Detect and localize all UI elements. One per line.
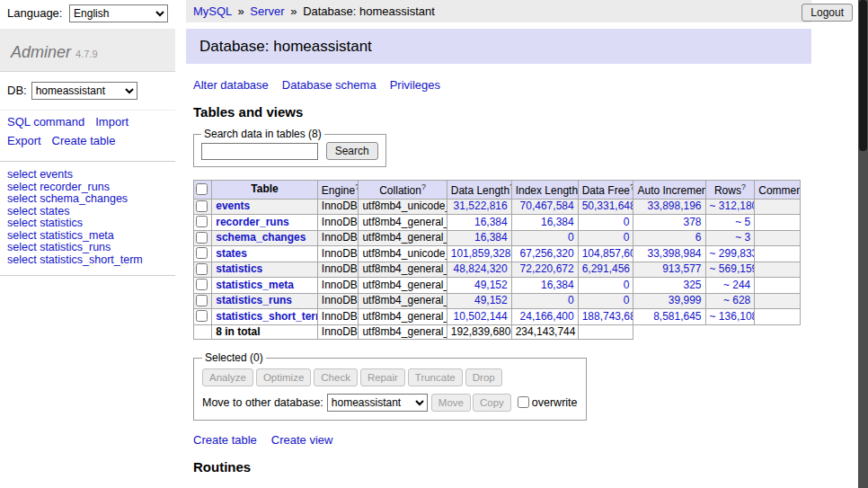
table-link-states[interactable]: states: [216, 247, 247, 260]
sidebar-link-select-schema-changes[interactable]: select schema_changes: [7, 193, 168, 206]
data-free-link[interactable]: 104,857,600: [582, 247, 633, 260]
sidebar-link-select-events[interactable]: select events: [7, 169, 168, 182]
alter-database-link[interactable]: Alter database: [193, 78, 269, 92]
data-free-link[interactable]: 6,291,456: [582, 262, 630, 275]
overwrite-checkbox[interactable]: [518, 396, 529, 408]
check-button[interactable]: Check: [314, 368, 358, 386]
truncate-button[interactable]: Truncate: [408, 368, 463, 386]
table-link-statistics_meta[interactable]: statistics_meta: [216, 279, 294, 291]
select-all-checkbox[interactable]: [196, 183, 208, 195]
sidebar-link-select-statistics[interactable]: select statistics: [7, 217, 168, 230]
analyze-button[interactable]: Analyze: [202, 368, 253, 386]
sidebar-link-select-statistics-runs[interactable]: select statistics_runs: [7, 242, 168, 254]
create-table-link[interactable]: Create table: [52, 134, 116, 147]
breadcrumb-mysql-link[interactable]: MySQL: [193, 4, 232, 18]
auto-increment-link[interactable]: 8,581,645: [653, 310, 701, 323]
search-input[interactable]: [201, 143, 318, 160]
rows-count-link[interactable]: ~ 312,180: [710, 200, 755, 212]
database-schema-link[interactable]: Database schema: [282, 78, 376, 92]
rows-count-link[interactable]: ~ 136,108: [710, 310, 755, 323]
scrollbar[interactable]: [858, 0, 868, 488]
auto-increment-link[interactable]: 325: [684, 279, 702, 291]
sidebar-link-select-statistics-meta[interactable]: select statistics_meta: [7, 230, 168, 243]
index-length-link[interactable]: 0: [568, 294, 574, 306]
data-length-link[interactable]: 49,152: [474, 279, 508, 291]
index-length-link[interactable]: 16,384: [541, 216, 574, 228]
data-free-link[interactable]: 188,743,680: [582, 310, 633, 323]
copy-button[interactable]: Copy: [473, 394, 511, 412]
repair-button[interactable]: Repair: [360, 368, 405, 386]
app-version: 4.7.9: [75, 49, 97, 59]
table-link-events[interactable]: events: [216, 200, 250, 212]
language-select[interactable]: English: [69, 4, 168, 22]
create-view-link-bottom[interactable]: Create view: [271, 433, 333, 447]
sql-command-link[interactable]: SQL command: [7, 115, 84, 129]
auto-increment-link[interactable]: 913,577: [662, 262, 701, 275]
index-length-link[interactable]: 70,467,584: [520, 200, 574, 212]
table-link-statistics[interactable]: statistics: [216, 262, 262, 275]
move-button[interactable]: Move: [431, 394, 471, 412]
data-length-link[interactable]: 10,502,144: [454, 310, 508, 323]
data-free-link[interactable]: 0: [624, 231, 630, 244]
import-link[interactable]: Import: [95, 115, 128, 129]
data-length-link[interactable]: 31,522,816: [454, 200, 508, 212]
scrollbar-thumb[interactable]: [859, 0, 867, 151]
sidebar-link-select-states[interactable]: select states: [7, 206, 168, 218]
auto-increment-link[interactable]: 6: [695, 231, 702, 244]
auto-increment-link[interactable]: 39,999: [669, 294, 702, 306]
optimize-button[interactable]: Optimize: [256, 368, 311, 386]
row-checkbox-states[interactable]: [196, 247, 208, 259]
data-free-link[interactable]: 0: [624, 294, 630, 306]
table-link-recorder_runs[interactable]: recorder_runs: [216, 216, 288, 228]
rows-count-link[interactable]: ~ 569,159: [710, 262, 755, 275]
data-free-link[interactable]: 0: [624, 279, 630, 291]
move-db-select[interactable]: homeassistant: [327, 394, 428, 412]
row-checkbox-events[interactable]: [196, 200, 208, 212]
row-checkbox-statistics_short_term[interactable]: [196, 310, 208, 322]
data-free-link[interactable]: 50,331,648: [582, 200, 633, 212]
row-checkbox-statistics_runs[interactable]: [196, 295, 208, 306]
data-length-link[interactable]: 49,152: [474, 294, 508, 306]
rows-count-link[interactable]: ~ 628: [723, 294, 750, 306]
row-checkbox-statistics_meta[interactable]: [196, 279, 208, 290]
auto-increment-link[interactable]: 33,898,196: [647, 200, 701, 212]
data-length-link[interactable]: 16,384: [474, 231, 508, 244]
search-button[interactable]: Search: [326, 142, 378, 160]
data-length-link[interactable]: 48,824,320: [454, 262, 508, 275]
rows-count-link[interactable]: ~ 5: [735, 216, 750, 228]
index-length-link[interactable]: 72,220,672: [520, 262, 574, 275]
row-checkbox-schema_changes[interactable]: [196, 232, 208, 244]
db-select[interactable]: homeassistant: [31, 82, 137, 100]
rows-count-link[interactable]: ~ 244: [723, 279, 750, 291]
row-checkbox-statistics[interactable]: [196, 263, 208, 275]
row-checkbox-recorder_runs[interactable]: [196, 216, 208, 227]
data-length-link[interactable]: 101,859,328: [451, 247, 511, 260]
data-free-link[interactable]: 0: [624, 216, 630, 228]
drop-button[interactable]: Drop: [465, 368, 502, 386]
table-link-statistics_runs[interactable]: statistics_runs: [216, 294, 292, 306]
logout-button[interactable]: Logout: [802, 4, 853, 22]
help-icon[interactable]: ?: [421, 182, 426, 191]
table-link-statistics_short_term[interactable]: statistics_short_term: [216, 310, 317, 323]
privileges-link[interactable]: Privileges: [390, 78, 440, 92]
rows-count-link[interactable]: ~ 3: [735, 231, 750, 244]
create-table-link-bottom[interactable]: Create table: [193, 433, 257, 447]
auto-increment-link[interactable]: 378: [684, 216, 702, 228]
export-link[interactable]: Export: [7, 134, 41, 147]
index-length-link[interactable]: 67,256,320: [520, 247, 574, 260]
help-icon[interactable]: ?: [741, 182, 746, 191]
auto-increment-link[interactable]: 33,398,984: [647, 247, 701, 260]
index-length-link[interactable]: 24,166,400: [520, 310, 574, 323]
sidebar-link-select-statistics-short-term[interactable]: select statistics_short_term: [7, 254, 168, 267]
help-icon[interactable]: ?: [355, 182, 359, 191]
rows-count-link[interactable]: ~ 299,833: [710, 247, 755, 260]
sidebar-link-select-recorder-runs[interactable]: select recorder_runs: [7, 182, 168, 194]
help-icon[interactable]: ?: [630, 182, 633, 191]
index-length-link[interactable]: 16,384: [541, 279, 574, 291]
breadcrumb-server-link[interactable]: Server: [250, 4, 284, 18]
data-length-link[interactable]: 16,384: [474, 216, 508, 228]
table-link-schema_changes[interactable]: schema_changes: [216, 231, 306, 244]
column-header-comment: Comment?: [755, 181, 801, 200]
table-name-cell: schema_changes: [212, 230, 318, 246]
index-length-link[interactable]: 0: [568, 231, 574, 244]
